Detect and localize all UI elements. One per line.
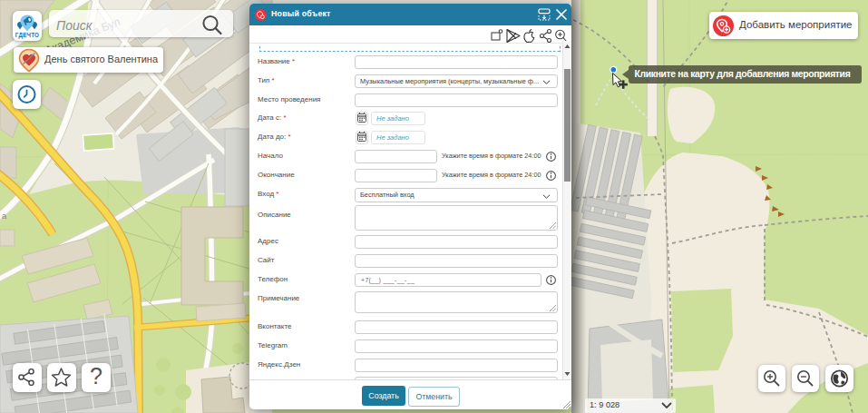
- svg-text:ГДЕЧТО: ГДЕЧТО: [15, 32, 39, 39]
- svg-text:а: а: [2, 211, 7, 221]
